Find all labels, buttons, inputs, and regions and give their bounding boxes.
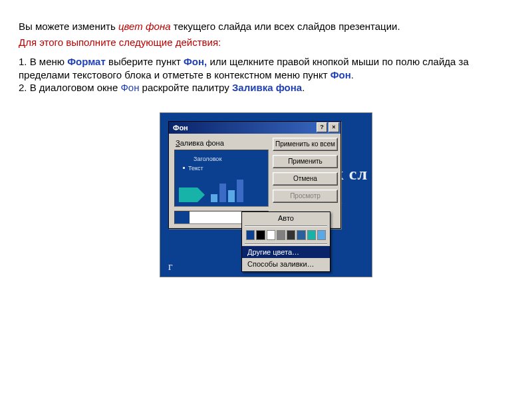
intro-line-2: Для этого выполните следующие действия: <box>19 36 513 49</box>
slide-preview: Заголовок Текст <box>174 150 269 207</box>
menu-item-background: Фон, <box>184 56 207 67</box>
color-swatch-row <box>242 228 330 242</box>
dialog-titlebar[interactable]: Фон ? × <box>169 122 340 134</box>
cancel-button[interactable]: Отмена <box>273 172 338 186</box>
close-button[interactable]: × <box>329 122 339 132</box>
bar <box>237 180 243 202</box>
dialog-title: Фон <box>173 124 188 132</box>
color-swatch[interactable] <box>307 230 316 240</box>
current-color-swatch <box>175 211 190 223</box>
steps: 1. В меню Формат выберите пункт Фон, или… <box>19 55 513 94</box>
fill-effects-option[interactable]: Способы заливки… <box>242 258 330 270</box>
text: текущего слайда или всех слайдов презент… <box>171 21 400 32</box>
label-rest: аливка фона <box>180 139 224 147</box>
text: 2. В диалоговом окне <box>19 82 120 93</box>
auto-color-option[interactable]: Авто <box>242 212 330 224</box>
text: Вы можете изменить <box>19 21 118 32</box>
text: выберите пункт <box>106 56 184 67</box>
color-swatch[interactable] <box>297 230 305 240</box>
text: 1. В меню <box>19 56 67 67</box>
bar <box>211 194 217 202</box>
apply-button[interactable]: Применить <box>273 155 338 168</box>
menu-format: Формат <box>67 56 106 67</box>
more-colors-option[interactable]: Другие цвета… <box>242 246 330 258</box>
separator <box>245 225 327 227</box>
intro-line-1: Вы можете изменить цвет фона текущего сл… <box>19 20 513 33</box>
context-item-background: Фон <box>331 69 351 80</box>
text: . <box>302 82 305 93</box>
preview-arrow-shape <box>179 188 198 202</box>
apply-to-all-button[interactable]: Применить ко всем <box>273 138 338 151</box>
screenshot: к сл а г Фон ? × Заливка фона Заголовок … <box>160 113 372 277</box>
instruction-text: Вы можете изменить цвет фона текущего сл… <box>0 0 532 94</box>
color-palette-popup: Авто Другие цвета… Способы заливки… <box>241 211 331 272</box>
preview-bullet-icon <box>183 167 185 169</box>
step-2: 2. В диалоговом окне Фон раскройте палит… <box>19 81 513 94</box>
text: . <box>351 69 354 80</box>
preview-button[interactable]: Просмотр <box>273 190 338 203</box>
color-swatch[interactable] <box>287 230 295 240</box>
help-button[interactable]: ? <box>317 122 327 132</box>
text: раскройте палитру <box>139 82 232 93</box>
bar <box>219 184 226 202</box>
section-fill-label: Заливка фона <box>176 139 269 147</box>
bar <box>228 190 235 202</box>
accel-char: З <box>176 139 180 147</box>
preview-title: Заголовок <box>194 156 221 162</box>
bg-caption: г <box>168 261 173 273</box>
dialog-name: Фон <box>120 82 139 93</box>
palette-name: Заливка фона <box>232 82 302 93</box>
color-swatch[interactable] <box>317 230 326 240</box>
preview-subtext: Текст <box>188 165 203 172</box>
color-swatch[interactable] <box>256 230 265 240</box>
emphasis-color-background: цвет фона <box>118 21 171 32</box>
color-swatch[interactable] <box>246 230 255 240</box>
step-1: 1. В меню Формат выберите пункт Фон, или… <box>19 55 513 81</box>
separator <box>245 243 327 245</box>
preview-bar-chart <box>211 180 243 202</box>
color-swatch[interactable] <box>267 230 275 240</box>
color-swatch[interactable] <box>277 230 285 240</box>
